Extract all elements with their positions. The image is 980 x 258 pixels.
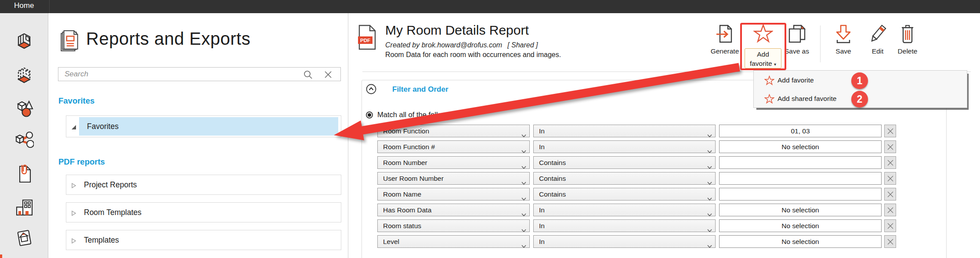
shared-tag: [ Shared ] — [507, 41, 538, 49]
reports-exports-icon — [59, 30, 80, 53]
filter-row: Room Function # In No selection — [362, 140, 946, 153]
created-by-text: Created by brok.howard@drofus.com — [385, 41, 502, 49]
filter-value-field[interactable] — [719, 188, 882, 201]
remove-filter-button[interactable] — [884, 125, 896, 137]
buildings-icon[interactable] — [14, 197, 34, 216]
filter-row: User Room Number Contains — [362, 172, 946, 185]
generate-button[interactable]: Generate — [706, 24, 743, 55]
tree-item-templates[interactable]: Templates — [66, 230, 341, 250]
edit-button[interactable]: Edit — [862, 24, 893, 55]
close-icon — [887, 176, 893, 182]
field-select[interactable]: User Room Number — [377, 172, 530, 185]
close-icon — [887, 144, 893, 150]
chevron-down-icon — [707, 129, 712, 133]
filter-value-field[interactable] — [719, 172, 882, 185]
field-select[interactable]: Room status — [377, 219, 530, 232]
operator-select[interactable]: In — [533, 219, 716, 232]
remove-filter-button[interactable] — [884, 235, 896, 248]
menu-item-label: Add favorite — [777, 76, 814, 84]
operator-select[interactable]: In — [533, 125, 716, 137]
filter-row: Room Name Contains — [362, 188, 946, 201]
rooms-icon[interactable] — [14, 32, 34, 51]
rooms-dashed-icon[interactable] — [14, 66, 34, 86]
field-select[interactable]: Has Room Data — [377, 204, 530, 216]
add-favorite-button[interactable]: Add favorite ▾ — [741, 24, 785, 69]
remove-filter-button[interactable] — [884, 156, 896, 169]
menu-item-label: Add shared favorite — [777, 95, 836, 103]
chevron-down-icon — [707, 177, 712, 180]
add-favorite-label: Add favorite ▾ — [745, 48, 781, 68]
operator-select[interactable]: Contains — [533, 172, 716, 185]
remove-filter-button[interactable] — [884, 188, 896, 201]
chevron-down-icon — [707, 193, 712, 196]
operator-select[interactable]: In — [533, 235, 716, 248]
expand-arrow-icon[interactable] — [71, 210, 76, 215]
clear-search-icon[interactable] — [323, 69, 333, 80]
chevron-down-icon — [521, 145, 526, 149]
filter-section-title: Filter and Order — [392, 85, 448, 94]
app-window: Home Reports and Exports — [0, 0, 980, 258]
filter-value-field[interactable]: No selection — [719, 219, 882, 232]
chevron-down-icon — [707, 224, 712, 228]
close-icon — [887, 207, 893, 213]
match-all-radio[interactable] — [366, 111, 373, 118]
field-select[interactable]: Level — [377, 235, 530, 248]
field-select[interactable]: Room Number — [377, 156, 530, 169]
items-icon[interactable] — [14, 99, 34, 118]
attachments-icon[interactable] — [14, 164, 34, 183]
operator-select[interactable]: In — [533, 140, 716, 153]
save-icon — [833, 24, 853, 45]
field-select[interactable]: Room Function — [377, 125, 530, 137]
collapse-expander-icon[interactable] — [71, 124, 76, 129]
filter-value-field[interactable]: No selection — [719, 235, 882, 248]
close-icon — [887, 223, 893, 229]
tree-item-project-reports[interactable]: Project Reports — [66, 175, 341, 195]
operator-select[interactable]: Contains — [533, 188, 716, 201]
close-icon — [887, 160, 893, 166]
tree-item-label: Room Templates — [84, 208, 141, 217]
close-icon — [887, 239, 893, 245]
save-label: Save — [828, 47, 859, 55]
distribution-icon[interactable] — [14, 131, 34, 150]
remove-filter-button[interactable] — [884, 172, 896, 185]
operator-select[interactable]: Contains — [533, 156, 716, 169]
report-created-by: Created by brok.howard@drofus.com[ Share… — [385, 41, 543, 49]
collapse-section-icon[interactable] — [366, 84, 376, 94]
delete-button[interactable]: Delete — [892, 24, 923, 55]
expand-arrow-icon[interactable] — [71, 237, 76, 243]
top-bar: Home — [0, 0, 980, 13]
filter-value-field[interactable] — [719, 156, 882, 169]
chevron-down-icon — [707, 240, 712, 244]
field-select[interactable]: Room Name — [377, 188, 530, 201]
chevron-down-icon — [521, 240, 526, 244]
delete-label: Delete — [892, 47, 923, 55]
products-icon[interactable] — [14, 228, 34, 247]
search-input[interactable] — [58, 68, 340, 81]
pdf-badge-text: PDF — [360, 38, 370, 43]
report-description: Room Data for each room with occurrences… — [385, 51, 561, 59]
tab-home[interactable]: Home — [0, 0, 49, 14]
filter-value-field[interactable]: No selection — [719, 140, 882, 153]
remove-filter-button[interactable] — [884, 204, 896, 216]
delete-trash-icon — [897, 24, 918, 45]
search-icon[interactable] — [303, 69, 313, 80]
remove-filter-button[interactable] — [884, 140, 896, 153]
chevron-down-icon — [521, 193, 526, 196]
tree-item-label: Favorites — [87, 122, 119, 131]
expand-arrow-icon[interactable] — [71, 182, 76, 187]
panel-divider — [348, 13, 348, 258]
star-icon — [764, 75, 774, 86]
operator-select[interactable]: In — [533, 204, 716, 216]
search-box — [58, 67, 341, 81]
section-header-pdf-reports: PDF reports — [58, 157, 105, 167]
chevron-down-icon — [707, 208, 712, 212]
save-button[interactable]: Save — [828, 24, 859, 55]
filter-value-field[interactable]: No selection — [719, 204, 882, 216]
tree-item-room-templates[interactable]: Room Templates — [66, 202, 341, 222]
edit-pencil-icon — [868, 24, 888, 45]
remove-filter-button[interactable] — [884, 219, 896, 232]
tree-item-favorites[interactable]: Favorites — [79, 117, 338, 136]
field-select[interactable]: Room Function # — [377, 140, 530, 153]
filter-value-field[interactable]: 01, 03 — [719, 125, 882, 137]
filter-row: Room Function In 01, 03 — [362, 125, 946, 137]
